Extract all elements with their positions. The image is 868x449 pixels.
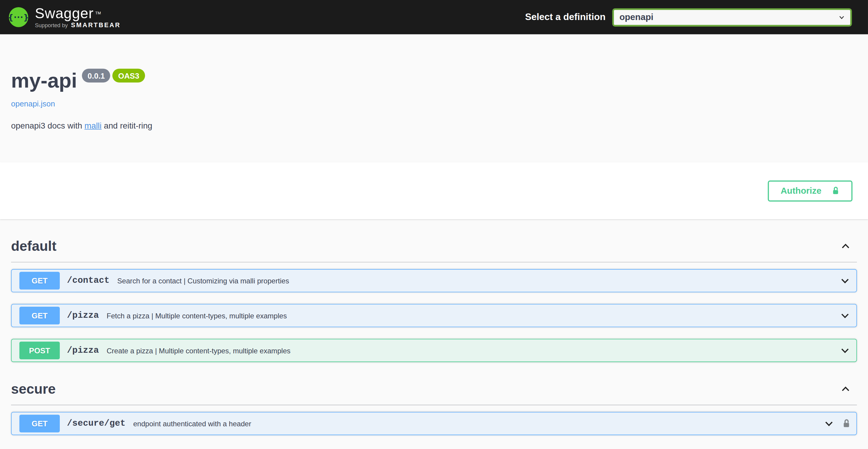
api-description: openapi3 docs with malli and reitit-ring (11, 121, 857, 131)
operation-summary: endpoint authenticated with a header (133, 419, 251, 428)
oas3-badge: OAS3 (113, 69, 145, 83)
tag-title: secure (11, 380, 56, 397)
chevron-down-icon[interactable] (823, 418, 835, 429)
method-badge: GET (20, 307, 60, 324)
chevron-down-icon[interactable] (839, 275, 851, 287)
braces-glyph: {···} (8, 12, 29, 22)
authorize-button-label: Authorize (781, 186, 822, 196)
operation-path: /pizza (67, 346, 99, 355)
operation-summary: Search for a contact | Customizing via m… (117, 276, 289, 285)
spec-link[interactable]: openapi.json (11, 99, 55, 109)
select-chevron-down-icon (838, 13, 845, 21)
brand-name: Swagger (35, 5, 94, 22)
operation-row[interactable]: GET /contact Search for a contact | Cust… (11, 269, 857, 292)
operation-path: /contact (67, 276, 110, 286)
description-text: and reitit-ring (102, 121, 152, 130)
select-definition-label: Select a definition (525, 12, 606, 23)
unlocked-padlock-icon (832, 186, 840, 195)
tag-title: default (11, 238, 57, 255)
chevron-down-icon[interactable] (839, 345, 851, 356)
operation-summary: Fetch a pizza | Multiple content-types, … (107, 311, 287, 320)
tag-header-secure[interactable]: secure (11, 380, 857, 405)
description-text: openapi3 docs with (11, 121, 85, 130)
definition-select[interactable]: openapi (612, 8, 852, 26)
page-title: my-api (11, 69, 77, 93)
operation-path: /pizza (67, 310, 99, 321)
operation-row[interactable]: GET /pizza Fetch a pizza | Multiple cont… (11, 304, 857, 327)
operations-list: default GET /contact Search for a contac… (0, 238, 868, 449)
method-badge: GET (20, 415, 60, 432)
smartbear-wordmark: SMARTBEAR (71, 22, 121, 28)
definition-group: Select a definition openapi (525, 8, 852, 26)
chevron-up-icon (840, 383, 851, 395)
operation-path: /secure/get (67, 419, 126, 428)
version-badge: 0.0.1 (82, 69, 111, 83)
tag-header-default[interactable]: default (11, 238, 857, 263)
swagger-ui-page: {···} SwaggerTM Supported by SMARTBEAR S… (0, 0, 868, 449)
chevron-down-icon[interactable] (839, 310, 851, 321)
malli-link[interactable]: malli (85, 121, 102, 130)
unlocked-padlock-icon[interactable] (842, 419, 851, 428)
scheme-container: Authorize (0, 162, 868, 219)
trademark-mark: TM (95, 11, 101, 15)
info-section: my-api 0.0.1 OAS3 openapi.json openapi3 … (0, 34, 868, 162)
tag-section-secure: secure GET /secure/get endpoint authenti… (11, 380, 857, 435)
collapse-section-button[interactable] (840, 240, 851, 252)
supported-by-label: Supported by (35, 22, 68, 28)
swagger-logo-icon: {···} (9, 7, 28, 27)
topbar: {···} SwaggerTM Supported by SMARTBEAR S… (0, 0, 868, 34)
chevron-up-icon (840, 240, 851, 252)
definition-select-value: openapi (619, 12, 653, 22)
authorize-button[interactable]: Authorize (768, 180, 852, 201)
collapse-section-button[interactable] (840, 383, 851, 395)
brand-text: SwaggerTM Supported by SMARTBEAR (35, 6, 121, 28)
tag-section-default: default GET /contact Search for a contac… (11, 238, 857, 362)
operation-row[interactable]: GET /secure/get endpoint authenticated w… (11, 412, 857, 435)
operation-summary: Create a pizza | Multiple content-types,… (107, 346, 290, 355)
method-badge: GET (20, 272, 60, 289)
swagger-logo[interactable]: {···} SwaggerTM Supported by SMARTBEAR (9, 6, 121, 28)
operation-row[interactable]: POST /pizza Create a pizza | Multiple co… (11, 339, 857, 362)
method-badge: POST (20, 342, 60, 359)
